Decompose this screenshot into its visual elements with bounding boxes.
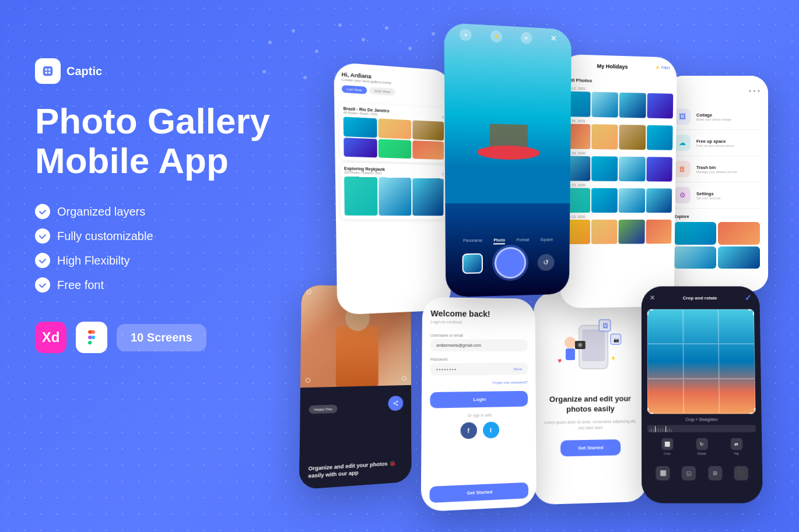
rotate-tool[interactable]: ↻ Rotate xyxy=(696,438,707,456)
get-started-button[interactable]: Get Started xyxy=(429,482,528,503)
svg-text:🖼: 🖼 xyxy=(602,322,608,329)
crop-bottom-4[interactable]: ⬛ xyxy=(734,466,748,481)
svg-point-11 xyxy=(579,344,581,347)
phone-gallery-list: Hi, Ardiana Create your best gallery tod… xyxy=(334,62,452,315)
crop-photo xyxy=(647,309,756,414)
phone-menu: • • • 🖼 Collage Make your photo collage … xyxy=(666,76,768,291)
explore-section: Explore xyxy=(674,214,760,269)
app-name: Captic xyxy=(66,65,102,78)
features-list: Organized layers Fully customizable High… xyxy=(35,204,280,293)
svg-point-7 xyxy=(564,337,576,348)
figma-badge xyxy=(76,322,107,353)
crop-tool[interactable]: ⬜ Crop xyxy=(661,438,673,456)
p1-grid-tab: Grid View xyxy=(369,87,395,96)
check-icon-1 xyxy=(35,204,50,219)
email-input[interactable]: ardianmaria@gmail.com xyxy=(430,339,528,351)
crop-close-icon[interactable]: ✕ xyxy=(650,294,656,302)
svg-rect-1 xyxy=(45,68,47,71)
phone-8-screen: ✕ Crop and rotate ✓ Crop + Straighte xyxy=(642,286,763,503)
phone-5-screen: Happy Day Organize and edit your photos … xyxy=(299,285,411,489)
feature-item-1: Organized layers xyxy=(35,204,280,219)
menu-trash: 🗑 Trash bin Manage your deleted photos xyxy=(674,156,760,182)
login-button[interactable]: Login xyxy=(430,391,528,408)
check-icon-3 xyxy=(35,253,50,268)
left-panel: Captic Photo GalleryMobile App Organized… xyxy=(35,58,280,353)
twitter-login[interactable]: t xyxy=(483,422,499,439)
menu-free-space: ☁ Free up space Free up your phone space xyxy=(674,130,760,156)
crop-bottom-2[interactable]: ◱ xyxy=(682,466,696,481)
phone-6-screen: Welcome back! Login to continue Username… xyxy=(421,297,537,512)
feature-item-3: High Flexibilty xyxy=(35,253,280,268)
feature-item-4: Free font xyxy=(35,277,280,293)
facebook-login[interactable]: f xyxy=(460,422,476,439)
bottom-badges: Xd 10 Screens xyxy=(35,322,280,353)
svg-rect-2 xyxy=(48,68,51,71)
svg-text:★: ★ xyxy=(611,355,616,361)
phone-camera: ✦ ⚡ ❄ ✕ Panorama Photo Portrait Square ↺ xyxy=(444,23,572,297)
app-logo-icon xyxy=(35,58,61,84)
phone-portrait: Happy Day Organize and edit your photos … xyxy=(299,285,411,489)
svg-rect-4 xyxy=(48,72,51,74)
phone-7-screen: Skip 🖼 📷 xyxy=(533,291,648,505)
p1-album-2: Exploring Reykjavik 225 Photos • Iceland… xyxy=(340,163,447,219)
crop-bottom-1[interactable]: ⬜ xyxy=(656,466,670,481)
phone-4-screen: • • • 🖼 Collage Make your photo collage … xyxy=(666,76,768,291)
check-icon-4 xyxy=(35,277,50,293)
phone-login: Welcome back! Login to continue Username… xyxy=(421,297,537,512)
share-button[interactable] xyxy=(388,396,404,411)
menu-settings: ⚙ Settings Set your account xyxy=(674,182,760,209)
shutter-button[interactable] xyxy=(494,247,525,279)
crop-confirm-icon[interactable]: ✓ xyxy=(745,293,752,302)
phones-area: Hi, Ardiana Create your best gallery tod… xyxy=(274,0,799,532)
p1-album-1: Brazil - Rio De Janeiro 48 Photos • Braz… xyxy=(339,103,447,163)
login-title: Welcome back! xyxy=(430,309,527,319)
svg-rect-8 xyxy=(565,348,574,360)
phone-holidays: ‹ My Holidays ⚡ Filter 480 Photos Sep 12… xyxy=(559,54,677,308)
phone-crop: ✕ Crop and rotate ✓ Crop + Straighte xyxy=(642,286,763,503)
svg-rect-3 xyxy=(45,72,47,74)
onboarding-illustration: 🖼 📷 ♥ ★ xyxy=(552,311,628,386)
phone-2-screen: ✦ ⚡ ❄ ✕ Panorama Photo Portrait Square ↺ xyxy=(444,23,572,297)
svg-text:📷: 📷 xyxy=(613,337,619,343)
svg-rect-0 xyxy=(43,66,53,76)
p1-list-tab: List View xyxy=(342,85,367,94)
onboarding-get-started[interactable]: Get Started xyxy=(560,439,621,457)
check-icon-2 xyxy=(35,228,50,244)
flip-tool[interactable]: ⇄ Flip xyxy=(730,438,742,456)
phone-1-screen: Hi, Ardiana Create your best gallery tod… xyxy=(334,62,452,315)
main-title: Photo GalleryMobile App xyxy=(35,101,280,181)
menu-collage: 🖼 Collage Make your photo collage xyxy=(674,104,760,130)
xd-badge: Xd xyxy=(35,322,66,353)
phone-onboarding: Skip 🖼 📷 xyxy=(533,291,648,505)
password-input[interactable]: • • • • • • • • Show xyxy=(430,363,528,376)
straighten-ruler[interactable] xyxy=(647,425,756,432)
screens-badge: 10 Screens xyxy=(117,324,206,351)
feature-item-2: Fully customizable xyxy=(35,228,280,244)
p2-close[interactable]: ✕ xyxy=(550,33,557,45)
logo-area: Captic xyxy=(35,58,280,84)
phone-3-screen: ‹ My Holidays ⚡ Filter 480 Photos Sep 12… xyxy=(559,54,677,308)
svg-text:♥: ♥ xyxy=(557,357,561,365)
crop-bottom-3[interactable]: ⊞ xyxy=(708,466,722,481)
holidays-grid: Sep 12, 2021 Feb 24, 2021 xyxy=(559,86,677,244)
